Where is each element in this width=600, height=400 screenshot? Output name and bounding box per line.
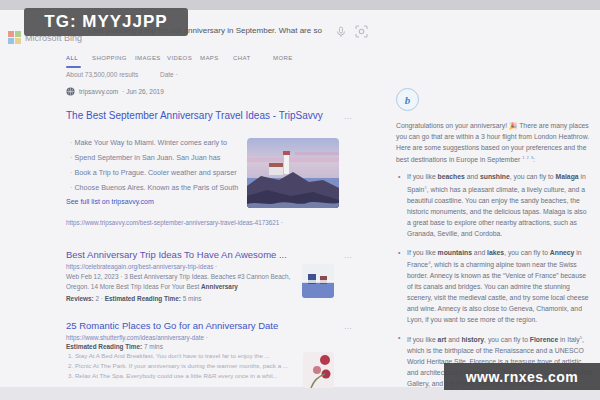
- tab-all[interactable]: ALL: [66, 55, 78, 61]
- chat-suggestions-list: If you like beaches and sunshine, you ca…: [396, 172, 592, 389]
- watermark-bottom: www.rnxes.com: [444, 363, 600, 390]
- result1-date: · Jun 26, 2019: [122, 88, 164, 95]
- screenshot-frame: Microsoft Bing I am planning a trip for …: [0, 0, 600, 400]
- chat-intro: Congratulations on your anniversary! 🎉 T…: [396, 121, 592, 166]
- list-item: Make Your Way to Miami. Winter comes ear…: [70, 138, 250, 153]
- globe-icon: [66, 87, 75, 96]
- tab-images[interactable]: IMAGES: [135, 55, 161, 61]
- list-item: Book a Trip to Prague. Cooler weather an…: [70, 168, 250, 183]
- list-item: 1. Stay At A Bed And Breakfast. You don'…: [68, 352, 298, 362]
- result3-title[interactable]: 25 Romantic Places to Go for an Annivers…: [66, 320, 278, 331]
- result2-thumbnail-photo[interactable]: [302, 264, 334, 298]
- result2-title[interactable]: Best Anniversary Trip Ideas To Have An A…: [66, 249, 287, 260]
- microphone-icon[interactable]: [336, 26, 346, 38]
- result3-options-icon[interactable]: …: [344, 322, 352, 331]
- result1-snippet-list: Make Your Way to Miami. Winter comes ear…: [70, 138, 250, 198]
- tab-shopping[interactable]: SHOPPING: [92, 55, 127, 61]
- tab-chat[interactable]: CHAT: [233, 55, 251, 61]
- watermark-top-text: TG: MYYJJPP: [44, 12, 167, 32]
- result1-see-full-list-link[interactable]: See full list on tripsavvy.com: [66, 198, 154, 205]
- watermark-bottom-text: www.rnxes.com: [466, 369, 579, 385]
- chat-bullet-annecy: If you like mountains and lakes, you can…: [396, 248, 592, 326]
- results-count: About 73,500,000 results: [66, 71, 138, 78]
- result2-url[interactable]: https://celebrateagain.org/best-annivers…: [66, 263, 217, 270]
- bing-chat-icon: b: [396, 88, 419, 111]
- result2-options-icon[interactable]: …: [344, 251, 352, 260]
- list-item: Spend September in San Juan. San Juan ha…: [70, 153, 250, 168]
- result1-thumbnail-lighthouse-photo[interactable]: [247, 138, 339, 208]
- active-tab-underline: [66, 66, 81, 68]
- result1-source: tripsavvy.com: [79, 88, 118, 95]
- result2-meta: Reviews: 2 · Estimated Reading Time: 5 m…: [66, 295, 202, 302]
- chat-bullet-malaga: If you like beaches and sunshine, you ca…: [396, 172, 592, 239]
- watermark-top: TG: MYYJJPP: [24, 8, 188, 36]
- list-item: Choose Buenos Aires. Known as the Paris …: [70, 183, 250, 198]
- result3-thumbnail-photo[interactable]: [303, 352, 334, 388]
- result1-source-line[interactable]: tripsavvy.com · Jun 26, 2019: [66, 87, 164, 96]
- visual-search-icon[interactable]: [355, 25, 368, 38]
- result3-snippet-list: 1. Stay At A Bed And Breakfast. You don'…: [68, 352, 298, 382]
- date-filter[interactable]: Date ·: [160, 71, 178, 78]
- result1-url[interactable]: https://www.tripsavvy.com/best-september…: [66, 219, 283, 226]
- result1-options-icon[interactable]: …: [344, 112, 352, 121]
- tab-more[interactable]: MORE: [273, 55, 293, 61]
- result2-snippet: Web Feb 12, 2023 · 3 Best Anniversary Tr…: [66, 272, 294, 291]
- result1-title[interactable]: The Best September Anniversary Travel Id…: [66, 110, 323, 121]
- chat-answer-panel: b Congratulations on your anniversary! 🎉…: [396, 88, 592, 398]
- tab-maps[interactable]: MAPS: [200, 55, 219, 61]
- list-item: 3. Relax At The Spa. Everybody could use…: [68, 372, 298, 382]
- result3-url[interactable]: https://www.shutterfly.com/ideas/anniver…: [66, 334, 208, 341]
- tab-videos[interactable]: VIDEOS: [167, 55, 192, 61]
- microsoft-logo-icon: [8, 31, 21, 44]
- result3-meta: Estimated Reading Time: 7 mins: [66, 343, 163, 350]
- list-item: 2. Picnic At The Park. If your anniversa…: [68, 362, 298, 372]
